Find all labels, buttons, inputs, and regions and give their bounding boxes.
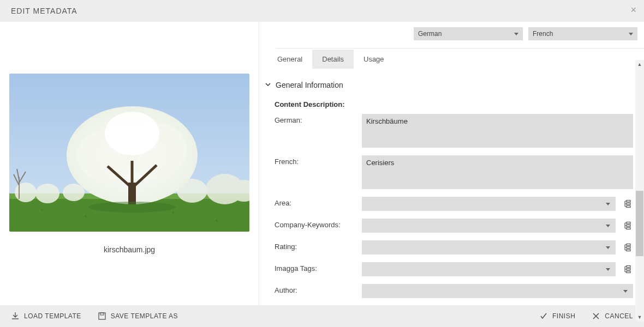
save-icon	[98, 312, 106, 320]
primary-language-select[interactable]: German	[414, 27, 523, 40]
finish-button[interactable]: FINISH	[539, 312, 575, 320]
section-title: General Information	[276, 81, 343, 89]
secondary-language-select[interactable]: French	[528, 27, 637, 40]
preview-pane: kirschbaum.jpg	[0, 22, 259, 305]
author-select[interactable]	[362, 284, 633, 298]
svg-rect-21	[627, 206, 630, 208]
company-keywords-label: Company-Keywords:	[275, 219, 362, 229]
scroll-down-icon[interactable]: ▼	[635, 313, 644, 322]
field-block: Content Description: German: French: Are…	[265, 100, 633, 298]
area-label: Area:	[275, 197, 362, 207]
finish-label: FINISH	[552, 312, 575, 320]
download-icon	[11, 312, 20, 320]
row-company-keywords: Company-Keywords:	[275, 219, 633, 233]
svg-point-12	[105, 112, 159, 155]
save-template-as-label: SAVE TEMPLATE AS	[111, 312, 178, 320]
dialog-body: kirschbaum.jpg German French General Det…	[0, 22, 644, 305]
tree-picker-icon[interactable]	[622, 198, 633, 209]
svg-rect-24	[627, 228, 630, 229]
svg-rect-27	[627, 250, 630, 251]
scroll-track[interactable]	[635, 69, 644, 313]
svg-rect-28	[627, 266, 630, 268]
tree-picker-icon[interactable]	[622, 220, 633, 231]
save-template-as-button[interactable]: SAVE TEMPLATE AS	[98, 312, 178, 320]
row-rating: Rating:	[275, 240, 633, 255]
french-textarea[interactable]	[362, 155, 633, 189]
rating-label: Rating:	[275, 240, 362, 251]
tabs: General Details Usage	[259, 50, 644, 69]
german-label: German:	[275, 114, 362, 124]
content-description-label: Content Description:	[275, 100, 633, 108]
french-label: French:	[275, 155, 362, 166]
svg-point-17	[172, 211, 174, 214]
metadata-pane: German French General Details Usage Gene…	[259, 22, 644, 305]
x-icon	[592, 312, 600, 320]
section-header[interactable]: General Information	[265, 81, 633, 89]
svg-point-3	[15, 183, 37, 202]
svg-point-18	[216, 220, 218, 222]
row-area: Area:	[275, 197, 633, 211]
cancel-button[interactable]: CANCEL	[592, 312, 633, 320]
svg-rect-20	[627, 203, 630, 205]
chevron-down-icon	[265, 81, 271, 89]
dialog-header: EDIT METADATA ×	[0, 0, 644, 22]
load-template-label: LOAD TEMPLATE	[24, 312, 81, 320]
vertical-scrollbar[interactable]: ▲ ▼	[635, 60, 644, 322]
check-icon	[539, 312, 548, 320]
tab-details[interactable]: Details	[312, 50, 354, 69]
row-german: German:	[275, 114, 633, 148]
author-label: Author:	[275, 284, 362, 294]
dialog-title: EDIT METADATA	[11, 7, 77, 15]
svg-rect-30	[627, 271, 630, 273]
tab-usage[interactable]: Usage	[354, 50, 394, 69]
imagga-tags-select[interactable]	[362, 262, 616, 276]
imagga-tags-label: Imagga Tags:	[275, 262, 362, 272]
company-keywords-select[interactable]	[362, 219, 616, 233]
cancel-label: CANCEL	[605, 312, 633, 320]
language-row: German French	[276, 22, 644, 49]
load-template-button[interactable]: LOAD TEMPLATE	[11, 312, 81, 320]
svg-rect-26	[627, 247, 630, 249]
scroll-thumb[interactable]	[636, 191, 643, 256]
svg-point-4	[35, 184, 59, 203]
form-scroll: General Information Content Description:…	[259, 69, 644, 305]
svg-rect-29	[627, 269, 630, 270]
svg-rect-25	[627, 244, 630, 246]
svg-rect-23	[627, 225, 630, 227]
svg-point-16	[85, 215, 87, 217]
row-imagga-tags: Imagga Tags:	[275, 262, 633, 276]
close-icon[interactable]: ×	[630, 4, 636, 16]
file-name: kirschbaum.jpg	[104, 245, 155, 254]
rating-select[interactable]	[362, 240, 616, 255]
tab-general[interactable]: General	[267, 50, 312, 69]
svg-rect-22	[627, 222, 630, 224]
scroll-up-icon[interactable]: ▲	[635, 60, 644, 69]
svg-rect-31	[99, 313, 105, 319]
tree-picker-icon[interactable]	[622, 264, 633, 275]
row-author: Author:	[275, 284, 633, 298]
area-select[interactable]	[362, 197, 616, 211]
svg-point-14	[88, 202, 176, 213]
svg-point-15	[41, 209, 43, 211]
german-textarea[interactable]	[362, 114, 633, 148]
secondary-language-value: French	[533, 30, 553, 38]
image-preview	[9, 74, 249, 232]
dialog-footer: LOAD TEMPLATE SAVE TEMPLATE AS FINISH CA…	[0, 305, 644, 327]
svg-rect-19	[627, 201, 630, 202]
row-french: French:	[275, 155, 633, 189]
tree-picker-icon[interactable]	[622, 242, 633, 253]
primary-language-value: German	[418, 30, 442, 38]
